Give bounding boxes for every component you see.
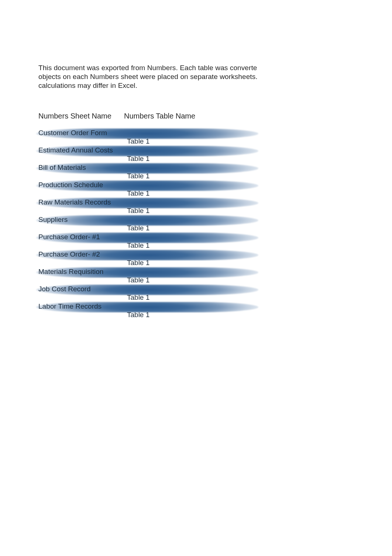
sheet-name-link[interactable]: Purchase Order- #2 bbox=[38, 250, 124, 268]
table-name-link[interactable]: Table 1 bbox=[124, 164, 149, 181]
table-name-link[interactable]: Table 1 bbox=[124, 285, 149, 303]
list-item: Bill of Materials Table 1 bbox=[38, 164, 258, 181]
table-name-link[interactable]: Table 1 bbox=[124, 251, 149, 268]
sheet-name-link[interactable]: Production Schedule bbox=[38, 181, 124, 198]
list-item: Estimated Annual Costs Table 1 bbox=[38, 147, 258, 164]
sheet-name-link[interactable]: Job Cost Record bbox=[38, 285, 124, 302]
intro-line: objects on each Numbers sheet were place… bbox=[38, 72, 258, 81]
sheet-name-link[interactable]: Bill of Materials bbox=[38, 164, 124, 181]
table-name-link[interactable]: Table 1 bbox=[124, 303, 149, 320]
column-headers: Numbers Sheet Name Numbers Table Name bbox=[38, 112, 258, 120]
table-name-link[interactable]: Table 1 bbox=[124, 233, 149, 251]
sheet-name-link[interactable]: Purchase Order- #1 bbox=[38, 233, 124, 250]
document-page: This document was exported from Numbers.… bbox=[0, 0, 258, 320]
table-name-link[interactable]: Table 1 bbox=[124, 199, 149, 216]
header-sheet-name: Numbers Sheet Name bbox=[38, 112, 124, 120]
table-name-link[interactable]: Table 1 bbox=[124, 129, 149, 147]
list-item: Raw Materials Records Table 1 bbox=[38, 199, 258, 216]
list-item: Labor Time Records Table 1 bbox=[38, 303, 258, 320]
list-item: Production Schedule Table 1 bbox=[38, 181, 258, 199]
intro-line: This document was exported from Numbers.… bbox=[38, 64, 258, 72]
table-name-link[interactable]: Table 1 bbox=[124, 268, 149, 285]
table-name-link[interactable]: Table 1 bbox=[124, 147, 149, 164]
header-table-name: Numbers Table Name bbox=[124, 112, 258, 120]
table-name-link[interactable]: Table 1 bbox=[124, 216, 149, 233]
sheet-name-link[interactable]: Raw Materials Records bbox=[38, 198, 124, 216]
sheet-name-link[interactable]: Suppliers bbox=[38, 216, 124, 233]
sheet-name-link[interactable]: Customer Order Form bbox=[38, 129, 124, 146]
sheet-table-list: Customer Order Form Table 1 Estimated An… bbox=[38, 129, 258, 320]
sheet-name-link[interactable]: Labor Time Records bbox=[38, 302, 124, 320]
list-item: Materials Requisition Table 1 bbox=[38, 268, 258, 285]
intro-paragraph: This document was exported from Numbers.… bbox=[38, 64, 258, 90]
list-item: Customer Order Form Table 1 bbox=[38, 129, 258, 147]
sheet-name-link[interactable]: Estimated Annual Costs bbox=[38, 146, 124, 164]
intro-line: calculations may differ in Excel. bbox=[38, 81, 258, 90]
list-item: Job Cost Record Table 1 bbox=[38, 285, 258, 303]
sheet-name-link[interactable]: Materials Requisition bbox=[38, 268, 124, 285]
list-item: Purchase Order- #2 Table 1 bbox=[38, 251, 258, 268]
table-name-link[interactable]: Table 1 bbox=[124, 181, 149, 199]
list-item: Purchase Order- #1 Table 1 bbox=[38, 233, 258, 251]
list-item: Suppliers Table 1 bbox=[38, 216, 258, 233]
